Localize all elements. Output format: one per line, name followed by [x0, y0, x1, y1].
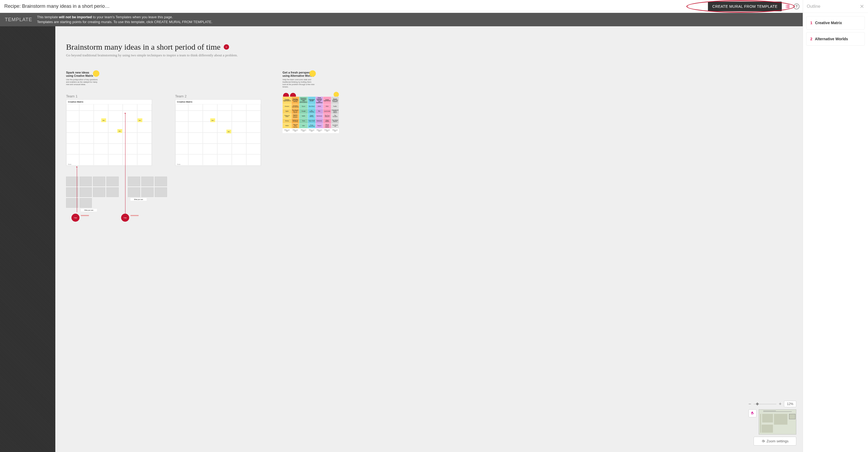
annotation-preview [130, 215, 138, 218]
aw-cell[interactable]: NASA [282, 124, 291, 128]
tip-badge-icon [334, 92, 339, 97]
help-icon[interactable]: ? [794, 3, 800, 9]
annotation-callout: Copy [71, 214, 80, 222]
aw-cell[interactable]: Write your own [299, 128, 308, 133]
aw-cell[interactable]: Broad reach and footprint [331, 97, 339, 104]
aw-cell[interactable]: Oprah Winfrey [308, 114, 315, 119]
recipe-title: Recipe: Brainstorm many ideas in a short… [4, 3, 706, 9]
aw-cell[interactable]: Creative organizations [282, 97, 291, 104]
aw-cell[interactable]: Great customer service and experience [316, 97, 323, 104]
aw-cell[interactable]: Taylor Swift [308, 119, 315, 124]
sticky-note[interactable]: idea [101, 118, 106, 122]
outline-panel: Outline ✕ 1 Creative Matrix2 Alternative… [803, 0, 868, 452]
zoom-slider[interactable] [753, 404, 776, 404]
luma-badge-icon: ● [224, 44, 229, 50]
aw-cell[interactable]: J.K. Rowling [308, 109, 315, 114]
aw-cell[interactable]: Write your own [291, 128, 299, 133]
team2-label: Team 2 [175, 94, 261, 98]
creative-matrix-team2[interactable]: Creative Matrix idea idea Notes [175, 99, 261, 166]
aw-cell[interactable]: Elon Musk [308, 104, 315, 109]
create-mural-button[interactable]: CREATE MURAL FROM TEMPLATE [708, 2, 782, 11]
zoom-controls: − + 12% [748, 401, 796, 446]
tip-badge-icon [93, 70, 99, 77]
aw-cell[interactable]: Write your own [323, 128, 331, 133]
sticky-note[interactable]: idea [226, 130, 231, 133]
aw-cell[interactable]: International Space Station [331, 109, 339, 114]
aw-cell[interactable]: Virgin Atlantic [323, 119, 331, 124]
aw-cell[interactable]: FedEx [331, 104, 339, 109]
aw-cell[interactable]: Write your own [331, 128, 339, 133]
template-banner-text: This template will not be imported to yo… [37, 15, 212, 25]
aw-cell[interactable]: Disney [282, 119, 291, 124]
zoom-settings-button[interactable]: Zoom settings [753, 437, 796, 446]
aw-cell[interactable]: USAA [316, 104, 323, 109]
annotation-arrow [125, 113, 125, 215]
canvas-dark-margin [0, 26, 55, 452]
sticky-note[interactable]: idea [137, 118, 142, 122]
aw-cell[interactable]: Whole Foods Market [323, 124, 331, 128]
aw-cell[interactable]: Netflix [299, 114, 308, 119]
aw-cell[interactable]: The Four Seasons [323, 114, 331, 119]
aw-cell[interactable]: Boy Scouts and Girl Scouts [291, 109, 299, 114]
minimap[interactable] [759, 409, 796, 434]
aw-cell[interactable]: The Olympics [331, 114, 339, 119]
stack-label[interactable]: Write your own [81, 209, 97, 212]
aw-cell[interactable]: Habitat for Humanity [291, 119, 299, 124]
aw-cell[interactable]: Starbucks [316, 119, 323, 124]
svg-rect-5 [787, 7, 789, 8]
aw-cell[interactable]: Charities and public service [291, 97, 299, 104]
aw-cell[interactable]: Apple [282, 109, 291, 114]
alternative-worlds-table[interactable]: Creative organizationsCharities and publ… [282, 97, 339, 133]
aw-cell[interactable]: Cirque du Soleil [282, 114, 291, 119]
aw-cell[interactable]: IKEA [323, 104, 331, 109]
sticky-note[interactable]: idea [117, 129, 122, 133]
pan-hand-button[interactable] [748, 409, 756, 417]
aw-cell[interactable]: Tesla [299, 119, 308, 124]
aw-cell[interactable]: Scientists, inventors and philosophers [299, 97, 308, 104]
aw-cell[interactable]: To be determined [308, 124, 315, 128]
aw-cell[interactable]: Iconic experiences [323, 97, 331, 104]
zoom-out-button[interactable]: − [748, 402, 752, 406]
aw-cell[interactable]: Amnesty International [291, 104, 299, 109]
gear-icon [762, 440, 765, 443]
aw-cell[interactable]: The United Nations [331, 119, 339, 124]
template-banner: TEMPLATE This template will not be impor… [0, 13, 803, 26]
aw-cell[interactable]: the World Cup [331, 124, 339, 128]
alternative-worlds-section: Get a fresh perspective using Alternativ… [282, 71, 342, 212]
svg-rect-0 [786, 5, 786, 5]
aw-cell[interactable]: National Park Service [291, 124, 299, 128]
aw-cell[interactable]: Google [299, 109, 308, 114]
stack-label[interactable]: Write your own [130, 198, 147, 201]
aw-cell[interactable]: Individual people [308, 97, 315, 104]
template-label: TEMPLATE [5, 17, 32, 23]
mural-canvas[interactable]: Brainstorm many ideas in a short period … [55, 26, 803, 452]
aw-cell[interactable]: Doctors Without Borders [291, 114, 299, 119]
aw-cell[interactable]: Zappos [316, 124, 323, 128]
outline-item[interactable]: 1 Creative Matrix [806, 16, 865, 30]
aw-cell[interactable]: Ritz [316, 109, 323, 114]
mural-title: Brainstorm many ideas in a short period … [66, 42, 792, 52]
sticky-note[interactable]: idea [210, 118, 215, 122]
aw-cell[interactable]: Write your own [316, 128, 323, 133]
aw-cell[interactable]: Loud cruise [323, 109, 331, 114]
outline-item[interactable]: 2 Alternative Worlds [806, 32, 865, 45]
aw-cell[interactable]: Nordstrom [316, 114, 323, 119]
team1-label: Team 1 [66, 94, 167, 98]
mural-subtitle: Go beyond traditional brainstorming by u… [66, 53, 792, 58]
aw-cell[interactable]: Write your own [308, 128, 315, 133]
zoom-in-button[interactable]: + [778, 402, 782, 406]
tip-badge-icon [309, 70, 316, 77]
close-icon[interactable]: ✕ [860, 3, 864, 10]
aw-cell[interactable]: Write your own [282, 128, 291, 133]
creative-matrix-team1[interactable]: Creative Matrix idea idea idea Notes [66, 99, 152, 166]
aw-cell[interactable]: Amazon [282, 104, 291, 109]
svg-rect-3 [787, 6, 789, 6]
svg-rect-1 [787, 5, 789, 5]
outline-icon[interactable] [784, 3, 792, 10]
aw-cell[interactable]: Dyson [299, 104, 308, 109]
zoom-percent[interactable]: 12% [784, 401, 796, 407]
svg-rect-4 [786, 7, 786, 8]
outline-title: Outline [807, 4, 820, 9]
annotation-callout: Copy [121, 214, 129, 222]
aw-cell[interactable]: Uber [299, 124, 308, 128]
